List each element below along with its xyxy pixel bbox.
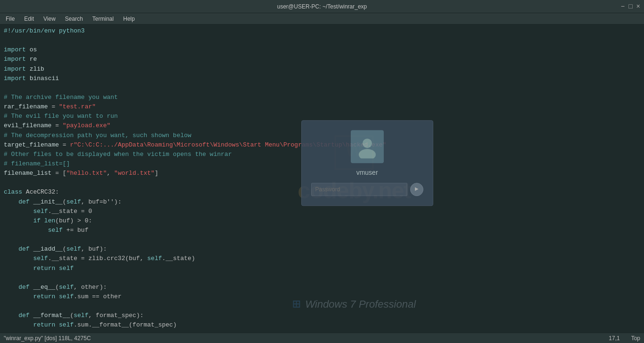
status-filename: "winrar_exp.py" [dos] 118L, 4275C xyxy=(4,335,91,342)
password-row: ► xyxy=(311,183,423,196)
code-line: self += buf xyxy=(4,226,644,235)
code-line: import zlib xyxy=(4,65,644,74)
code-line xyxy=(4,36,644,45)
menu-help[interactable]: Help xyxy=(119,15,139,23)
scroll-position: Top xyxy=(631,335,640,342)
avatar-icon xyxy=(355,135,379,158)
svg-point-2 xyxy=(363,139,372,148)
code-line xyxy=(4,273,644,283)
code-line: import os xyxy=(4,45,644,55)
code-line: self.__state = zlib.crc32(buf, self.__st… xyxy=(4,254,644,263)
code-line: return self xyxy=(4,264,644,273)
code-line: # The archive filename you want xyxy=(4,93,644,102)
password-input[interactable] xyxy=(311,183,407,196)
menu-file[interactable]: File xyxy=(2,15,18,23)
cursor-position: 17,1 xyxy=(609,335,619,342)
status-right: 17,1 Top xyxy=(609,335,640,342)
code-line xyxy=(4,302,644,311)
user-avatar xyxy=(351,130,384,163)
code-line xyxy=(4,83,644,93)
menu-search[interactable]: Search xyxy=(61,15,87,23)
code-line: import binascii xyxy=(4,74,644,83)
close-button[interactable]: × xyxy=(636,3,640,10)
menu-edit[interactable]: Edit xyxy=(20,15,38,23)
code-line: #!/usr/bin/env python3 xyxy=(4,26,644,36)
maximize-button[interactable]: □ xyxy=(628,3,632,10)
window-title: user@USER-PC: ~/Test/winrar_exp xyxy=(277,3,367,10)
login-dialog: vmuser ► xyxy=(301,120,433,206)
code-line: if len(buf) > 0: xyxy=(4,216,644,226)
code-line: def __eq__(self, other): xyxy=(4,283,644,292)
code-line: import re xyxy=(4,55,644,64)
status-bar: "winrar_exp.py" [dos] 118L, 4275C 17,1 T… xyxy=(0,333,644,343)
window-controls: − □ × xyxy=(621,3,640,10)
username-label: vmuser xyxy=(356,168,378,178)
code-line xyxy=(4,235,644,245)
code-line: def __iadd__(self, buf): xyxy=(4,245,644,254)
svg-point-3 xyxy=(359,149,376,158)
code-line: # The evil file you want to run xyxy=(4,112,644,121)
code-line: rar_filename = "test.rar" xyxy=(4,102,644,112)
login-button[interactable]: ► xyxy=(410,183,423,196)
minimize-button[interactable]: − xyxy=(621,3,625,10)
code-line: return self.sum.__format__(format_spec) xyxy=(4,320,644,330)
code-line: self.__state = 0 xyxy=(4,207,644,216)
code-line xyxy=(4,330,644,333)
code-editor[interactable]: #!/usr/bin/env python3 import os import … xyxy=(0,24,644,333)
title-bar: user@USER-PC: ~/Test/winrar_exp − □ × xyxy=(0,0,644,13)
code-line: def __format__(self, format_spec): xyxy=(4,311,644,320)
menu-bar: File Edit View Search Terminal Help xyxy=(0,13,644,24)
code-line: return self.sum == other xyxy=(4,292,644,302)
menu-terminal[interactable]: Terminal xyxy=(89,15,117,23)
menu-view[interactable]: View xyxy=(40,15,59,23)
